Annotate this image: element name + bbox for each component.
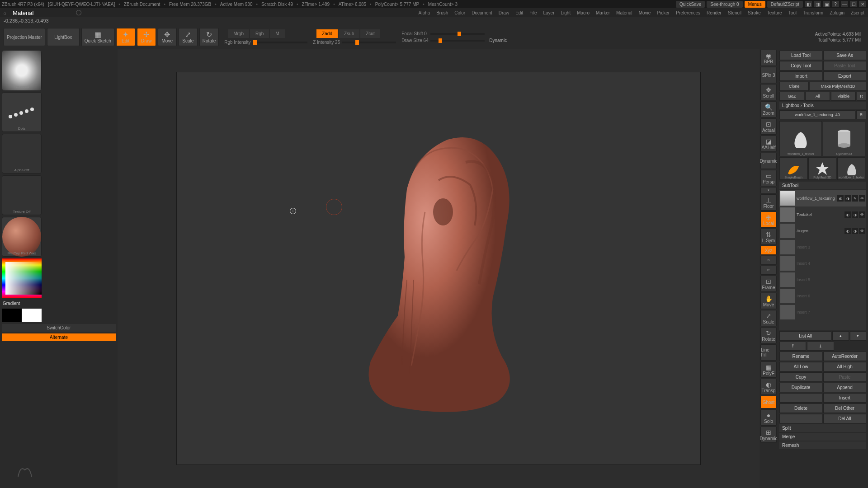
paint-icon[interactable]: ◑ — [844, 195, 851, 202]
switch-color-button[interactable]: SwitchColor — [2, 324, 116, 332]
append-button[interactable]: Append — [823, 383, 866, 392]
brush-thumbnail[interactable]: Standard — [2, 51, 42, 90]
menu-draw[interactable]: Draw — [499, 10, 509, 15]
subtool-item[interactable]: Insert 4 — [779, 255, 866, 272]
menu-file[interactable]: File — [529, 10, 537, 15]
menus-button[interactable]: Menus — [745, 1, 765, 8]
help-icon[interactable]: ? — [832, 1, 839, 7]
export-button[interactable]: Export — [823, 71, 866, 81]
menu-edit[interactable]: Edit — [515, 10, 523, 15]
rgb-button[interactable]: Rgb — [250, 29, 269, 38]
default-zscript[interactable]: DefaultZScript — [767, 1, 803, 8]
autoreorder-button[interactable]: AutoReorder — [823, 352, 866, 361]
viewport[interactable] — [176, 72, 701, 465]
paste-tool-button[interactable]: Paste Tool — [823, 61, 866, 70]
spix-button[interactable]: SPix 3 — [760, 67, 777, 83]
menu-tool[interactable]: Tool — [788, 10, 797, 15]
close-icon[interactable]: ✕ — [859, 1, 866, 7]
menu-color[interactable]: Color — [454, 10, 465, 15]
color-picker[interactable] — [2, 258, 42, 298]
xyz-button[interactable]: Xyz — [760, 246, 777, 255]
menu-picker[interactable]: Picker — [657, 10, 670, 15]
quicksave-button[interactable]: QuickSave — [676, 1, 705, 8]
paint-icon[interactable]: ◑ — [852, 211, 858, 218]
rotate-button[interactable]: ↻Rotate — [199, 28, 219, 46]
ghost-button[interactable]: Ghost — [760, 396, 777, 408]
goz-button[interactable]: GoZ — [779, 92, 804, 101]
duplicate-button[interactable]: Duplicate — [779, 383, 822, 392]
rename-button[interactable]: Rename — [779, 352, 822, 361]
stroke-thumbnail[interactable]: Dots — [2, 92, 42, 132]
tool-thumbnail[interactable]: workflow_1_texturi — [779, 121, 822, 156]
copy-tool-button[interactable]: Copy Tool — [779, 61, 822, 70]
move-button[interactable]: ✥Move — [158, 28, 177, 46]
primary-color-swatch[interactable] — [22, 309, 42, 322]
lsym-button[interactable]: ⇅L.Sym — [760, 229, 777, 245]
r-button[interactable]: R — [856, 110, 866, 119]
dynamic-label[interactable]: Dynamic — [489, 38, 507, 43]
paint-icon[interactable]: ◐ — [844, 211, 851, 218]
menu-marker[interactable]: Marker — [596, 10, 610, 15]
window-icon[interactable]: ◨ — [814, 1, 821, 7]
menu-layer[interactable]: Layer — [543, 10, 554, 15]
window-icon[interactable]: ◧ — [805, 1, 812, 7]
all-low-button[interactable]: All Low — [779, 362, 822, 371]
draw-button[interactable]: ✢Draw — [137, 28, 156, 46]
paint-icon[interactable]: ◐ — [844, 228, 851, 234]
import-button[interactable]: Import — [779, 71, 822, 81]
menu-document[interactable]: Document — [472, 10, 492, 15]
lightbox-button[interactable]: LightBox — [47, 28, 80, 46]
alternate-button[interactable]: Alternate — [2, 333, 116, 341]
subtool-item[interactable]: Tentakel ◐◑👁 — [779, 206, 866, 223]
menu-preferences[interactable]: Preferences — [676, 10, 700, 15]
scale-button[interactable]: ⤢Scale — [179, 28, 198, 46]
projection-master-button[interactable]: Projection Master — [4, 28, 45, 46]
subtool-item[interactable]: Insert 5 — [779, 272, 866, 288]
menu-alpha[interactable]: Alpha — [419, 10, 430, 15]
draw-size-slider[interactable] — [430, 40, 485, 42]
move-up-icon[interactable]: ⤒ — [779, 342, 806, 351]
y-axis-button[interactable]: ↻ — [760, 256, 777, 265]
all-high-button[interactable]: All High — [823, 362, 866, 371]
secondary-color-swatch[interactable] — [2, 309, 22, 322]
menu-transform[interactable]: Transform — [803, 10, 823, 15]
menu-texture[interactable]: Texture — [767, 10, 782, 15]
del-all-button[interactable]: Del All — [823, 414, 866, 423]
menu-zscript[interactable]: Zscript — [851, 10, 864, 15]
subtool-item[interactable]: workflow_1_texturing ◐◑✎👁 — [779, 190, 866, 206]
goz-all-button[interactable]: All — [805, 92, 830, 101]
up-arrow-icon[interactable]: ▴ — [832, 331, 849, 341]
load-tool-button[interactable]: Load Tool — [779, 51, 822, 60]
solo-button[interactable]: ●Solo — [760, 409, 777, 426]
actual-button[interactable]: ⊡Actual — [760, 118, 777, 135]
subtool-item[interactable]: Insert 3 — [779, 239, 866, 255]
tool-thumbnail[interactable]: PolyMesh3D — [808, 157, 836, 180]
save-as-button[interactable]: Save As — [823, 51, 866, 60]
rgb-intensity-slider[interactable] — [253, 42, 307, 43]
remesh-section[interactable]: Remesh — [779, 441, 866, 449]
bpr-button[interactable]: ◉BPR — [760, 50, 777, 66]
material-thumbnail[interactable]: MatCap Red Wax — [2, 217, 42, 257]
dynamic2-button[interactable]: ⊞Dynamic — [760, 427, 777, 443]
persp-button[interactable]: ▭Persp — [760, 170, 777, 186]
tool-thumbnail[interactable]: SimpleBrush — [779, 157, 807, 180]
subtool-item[interactable]: Insert 7 — [779, 304, 866, 320]
clone-button[interactable]: Clone — [779, 82, 809, 91]
down-arrow-icon[interactable]: ▾ — [850, 331, 866, 341]
aahalf-button[interactable]: ◪AAHalf — [760, 136, 777, 152]
menu-brush[interactable]: Brush — [436, 10, 448, 15]
mrgb-button[interactable]: Mrgb — [228, 29, 249, 38]
paint-icon[interactable]: ◑ — [852, 228, 858, 234]
menu-light[interactable]: Light — [561, 10, 571, 15]
home-icon[interactable]: ⌂ — [4, 10, 6, 15]
scroll-button[interactable]: ✥Scroll — [760, 84, 777, 100]
focal-shift-slider[interactable] — [430, 33, 485, 35]
tool-thumbnail[interactable]: workflow_1_textur — [837, 157, 865, 180]
list-all-button[interactable]: List All — [779, 331, 831, 341]
menu-zplugin[interactable]: Zplugin — [830, 10, 844, 15]
transp-button[interactable]: ◐Transp — [760, 379, 777, 395]
close-panel-icon[interactable] — [76, 10, 81, 15]
rotate-view-button[interactable]: ↻Rotate — [760, 327, 777, 343]
move-down-icon[interactable]: ⤓ — [807, 342, 834, 351]
frame-button[interactable]: ⊡Frame — [760, 276, 777, 292]
